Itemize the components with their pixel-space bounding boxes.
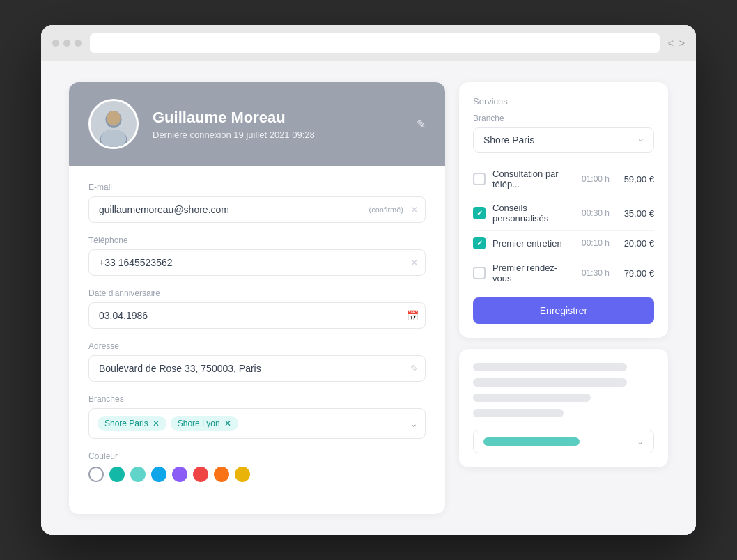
- phone-field-group: Téléphone ✕: [88, 235, 426, 276]
- service-checkbox-3[interactable]: [473, 267, 486, 279]
- services-title: Services: [473, 96, 654, 107]
- color-dot-white[interactable]: [88, 467, 104, 482]
- color-dot-red[interactable]: [193, 467, 208, 482]
- color-dot-teal-light[interactable]: [130, 467, 146, 482]
- profile-header: Guillaume Moreau Dernière connexion 19 j…: [69, 82, 445, 166]
- service-checkbox-0[interactable]: [473, 173, 486, 185]
- skeleton-line-4: [473, 409, 564, 417]
- info-card: ⌄: [459, 349, 668, 467]
- dot-red: [52, 40, 59, 47]
- branch-tag-shore-lyon-remove[interactable]: ✕: [224, 419, 231, 428]
- branch-tag-shore-lyon-label: Shore Lyon: [178, 419, 220, 428]
- color-dot-purple[interactable]: [172, 467, 187, 482]
- service-item-2: Premier entretien 00:10 h 20,00 €: [473, 231, 654, 256]
- dot-yellow: [63, 40, 70, 47]
- dot-green: [75, 40, 82, 47]
- color-dot-blue[interactable]: [151, 467, 166, 482]
- form-section: E-mail (confirmé) ✕ Téléphone ✕: [69, 166, 445, 499]
- svg-point-3: [107, 111, 121, 125]
- enregistrer-button[interactable]: Enregistrer: [473, 297, 654, 324]
- address-bar[interactable]: [90, 33, 660, 53]
- branches-dropdown-icon[interactable]: ⌄: [410, 418, 418, 429]
- skeleton-select[interactable]: ⌄: [473, 430, 654, 453]
- service-price-2: 20,00 €: [621, 238, 654, 249]
- branche-label: Branche: [473, 114, 654, 123]
- service-name-1: Conseils personnalisés: [492, 203, 575, 224]
- skeleton-select-bar: [483, 437, 580, 446]
- address-input[interactable]: [88, 355, 426, 382]
- email-input-wrapper: (confirmé) ✕: [88, 196, 426, 223]
- browser-window: < > Guillaume Moreau: [41, 25, 696, 535]
- skeleton-line-1: [473, 363, 627, 371]
- service-name-3: Premier rendez-vous: [492, 263, 575, 283]
- skeleton-line-3: [473, 394, 591, 402]
- address-field-group: Adresse ✎: [88, 341, 426, 382]
- color-dot-yellow[interactable]: [235, 467, 250, 482]
- branches-input-wrapper[interactable]: Shore Paris ✕ Shore Lyon ✕ ⌄: [88, 408, 426, 439]
- email-confirmed-badge: (confirmé): [368, 205, 403, 214]
- right-panel: Services Branche Shore Paris Consultatio…: [459, 82, 668, 514]
- address-edit-icon[interactable]: ✎: [410, 363, 419, 374]
- branch-tag-shore-paris: Shore Paris ✕: [98, 416, 166, 431]
- branch-tag-shore-paris-remove[interactable]: ✕: [153, 419, 160, 428]
- service-name-2: Premier entretien: [492, 238, 575, 249]
- branch-tag-shore-lyon: Shore Lyon ✕: [171, 416, 238, 431]
- birthday-label: Date d'anniversaire: [88, 288, 426, 298]
- birthday-input-wrapper: 📅: [88, 302, 426, 329]
- browser-chrome: < >: [41, 25, 696, 61]
- edit-icon[interactable]: ✎: [417, 118, 426, 131]
- email-label: E-mail: [88, 182, 426, 192]
- branches-field-group: Branches Shore Paris ✕ Shore Lyon ✕ ⌄: [88, 394, 426, 439]
- color-section: Couleur: [88, 451, 426, 482]
- branch-select[interactable]: Shore Paris: [473, 127, 654, 153]
- back-arrow[interactable]: <: [668, 38, 674, 49]
- email-field-group: E-mail (confirmé) ✕: [88, 182, 426, 223]
- skeleton-line-2: [473, 378, 627, 387]
- service-name-0: Consultation par télép...: [492, 169, 575, 189]
- branches-label: Branches: [88, 394, 426, 404]
- address-input-wrapper: ✎: [88, 355, 426, 382]
- service-duration-3: 01:30 h: [582, 268, 610, 278]
- service-checkbox-1[interactable]: [473, 207, 486, 219]
- services-card: Services Branche Shore Paris Consultatio…: [459, 82, 668, 338]
- birthday-field-group: Date d'anniversaire 📅: [88, 288, 426, 329]
- phone-label: Téléphone: [88, 235, 426, 245]
- browser-dots: [52, 40, 82, 47]
- phone-input-wrapper: ✕: [88, 249, 426, 276]
- profile-info: Guillaume Moreau Dernière connexion 19 j…: [153, 109, 403, 140]
- email-clear-icon[interactable]: ✕: [410, 204, 419, 215]
- calendar-icon[interactable]: 📅: [407, 310, 419, 321]
- phone-input[interactable]: [88, 249, 426, 276]
- color-label: Couleur: [88, 451, 426, 461]
- service-price-0: 59,00 €: [621, 174, 654, 185]
- color-dot-orange[interactable]: [214, 467, 229, 482]
- service-item-0: Consultation par télép... 01:00 h 59,00 …: [473, 162, 654, 196]
- skeleton-chevron-icon: ⌄: [637, 437, 644, 446]
- service-price-1: 35,00 €: [621, 208, 654, 219]
- forward-arrow[interactable]: >: [679, 38, 685, 49]
- service-item-1: Conseils personnalisés 00:30 h 35,00 €: [473, 196, 654, 231]
- nav-arrows: < >: [668, 38, 685, 49]
- phone-clear-icon[interactable]: ✕: [410, 257, 419, 268]
- service-price-3: 79,00 €: [621, 268, 654, 279]
- service-checkbox-2[interactable]: [473, 237, 486, 249]
- address-label: Adresse: [88, 341, 426, 351]
- service-duration-1: 00:30 h: [582, 208, 610, 218]
- color-dots: [88, 467, 426, 482]
- birthday-input[interactable]: [88, 302, 426, 329]
- profile-name: Guillaume Moreau: [153, 109, 403, 127]
- avatar: [88, 99, 139, 149]
- service-item-3: Premier rendez-vous 01:30 h 79,00 €: [473, 256, 654, 290]
- service-duration-0: 01:00 h: [582, 174, 610, 184]
- color-dot-teal[interactable]: [109, 467, 125, 482]
- profile-subtitle: Dernière connexion 19 juillet 2021 09:28: [153, 130, 403, 140]
- branch-tag-shore-paris-label: Shore Paris: [104, 419, 148, 428]
- left-panel: Guillaume Moreau Dernière connexion 19 j…: [69, 82, 445, 514]
- browser-content: Guillaume Moreau Dernière connexion 19 j…: [41, 61, 696, 535]
- svg-point-4: [101, 130, 126, 148]
- service-duration-2: 00:10 h: [582, 238, 610, 248]
